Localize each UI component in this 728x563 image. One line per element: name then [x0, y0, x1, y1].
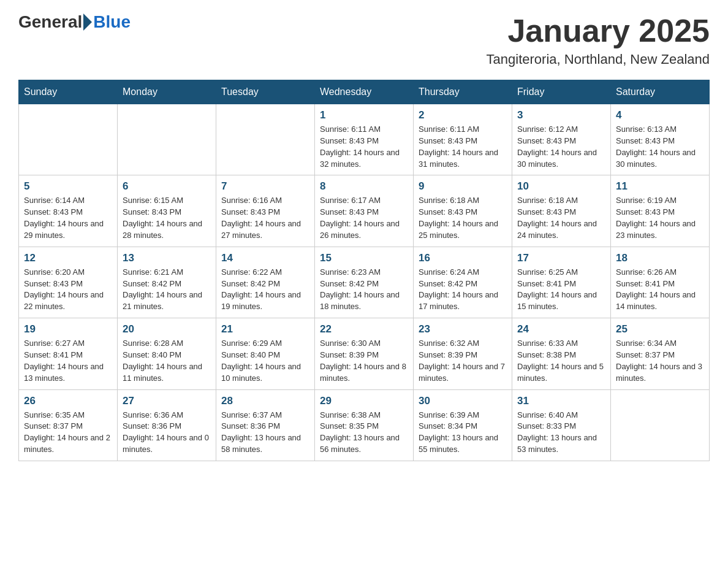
day-info: Sunrise: 6:37 AMSunset: 8:36 PMDaylight:… — [221, 410, 309, 456]
day-number: 20 — [123, 323, 211, 335]
day-info: Sunrise: 6:19 AMSunset: 8:43 PMDaylight:… — [616, 195, 704, 241]
calendar-cell — [19, 104, 118, 175]
calendar-cell — [216, 104, 315, 175]
col-header-wednesday: Wednesday — [315, 80, 414, 104]
day-info: Sunrise: 6:23 AMSunset: 8:42 PMDaylight:… — [320, 267, 408, 313]
day-info: Sunrise: 6:38 AMSunset: 8:35 PMDaylight:… — [320, 410, 408, 456]
calendar-cell: 4Sunrise: 6:13 AMSunset: 8:43 PMDaylight… — [611, 104, 710, 175]
day-number: 24 — [517, 323, 605, 335]
day-number: 9 — [419, 180, 507, 193]
col-header-tuesday: Tuesday — [216, 80, 315, 104]
calendar-cell: 12Sunrise: 6:20 AMSunset: 8:43 PMDayligh… — [19, 247, 118, 318]
logo-general-text: General — [18, 12, 82, 32]
col-header-thursday: Thursday — [414, 80, 512, 104]
day-info: Sunrise: 6:18 AMSunset: 8:43 PMDaylight:… — [517, 195, 605, 241]
day-number: 19 — [24, 323, 112, 335]
day-info: Sunrise: 6:30 AMSunset: 8:39 PMDaylight:… — [320, 338, 408, 384]
calendar-cell: 15Sunrise: 6:23 AMSunset: 8:42 PMDayligh… — [315, 247, 414, 318]
day-number: 26 — [24, 395, 112, 407]
calendar-cell: 5Sunrise: 6:14 AMSunset: 8:43 PMDaylight… — [19, 175, 118, 247]
location-text: Tangiteroria, Northland, New Zealand — [487, 52, 710, 67]
day-info: Sunrise: 6:20 AMSunset: 8:43 PMDaylight:… — [24, 267, 112, 313]
col-header-friday: Friday — [512, 80, 611, 104]
day-number: 7 — [221, 180, 309, 193]
calendar-cell: 9Sunrise: 6:18 AMSunset: 8:43 PMDaylight… — [414, 175, 512, 247]
day-number: 22 — [320, 323, 408, 335]
day-number: 8 — [320, 180, 408, 193]
day-number: 31 — [517, 395, 605, 407]
col-header-saturday: Saturday — [611, 80, 710, 104]
day-info: Sunrise: 6:16 AMSunset: 8:43 PMDaylight:… — [221, 195, 309, 241]
calendar-cell: 6Sunrise: 6:15 AMSunset: 8:43 PMDaylight… — [118, 175, 216, 247]
calendar-cell: 27Sunrise: 6:36 AMSunset: 8:36 PMDayligh… — [118, 389, 216, 461]
calendar-cell: 11Sunrise: 6:19 AMSunset: 8:43 PMDayligh… — [611, 175, 710, 247]
calendar-cell: 30Sunrise: 6:39 AMSunset: 8:34 PMDayligh… — [414, 389, 512, 461]
day-number: 25 — [616, 323, 704, 335]
day-number: 29 — [320, 395, 408, 407]
day-info: Sunrise: 6:33 AMSunset: 8:38 PMDaylight:… — [517, 338, 605, 384]
day-info: Sunrise: 6:26 AMSunset: 8:41 PMDaylight:… — [616, 267, 704, 313]
calendar-table: SundayMondayTuesdayWednesdayThursdayFrid… — [18, 80, 710, 461]
day-info: Sunrise: 6:24 AMSunset: 8:42 PMDaylight:… — [419, 267, 507, 313]
day-number: 23 — [419, 323, 507, 335]
calendar-cell: 2Sunrise: 6:11 AMSunset: 8:43 PMDaylight… — [414, 104, 512, 175]
logo: General Blue — [18, 12, 131, 32]
calendar-cell: 3Sunrise: 6:12 AMSunset: 8:43 PMDaylight… — [512, 104, 611, 175]
calendar-cell: 16Sunrise: 6:24 AMSunset: 8:42 PMDayligh… — [414, 247, 512, 318]
logo-blue-text: Blue — [93, 12, 131, 32]
week-row-2: 5Sunrise: 6:14 AMSunset: 8:43 PMDaylight… — [19, 175, 710, 247]
calendar-cell: 28Sunrise: 6:37 AMSunset: 8:36 PMDayligh… — [216, 389, 315, 461]
day-info: Sunrise: 6:22 AMSunset: 8:42 PMDaylight:… — [221, 267, 309, 313]
day-info: Sunrise: 6:35 AMSunset: 8:37 PMDaylight:… — [24, 410, 112, 456]
day-number: 4 — [616, 109, 704, 121]
day-info: Sunrise: 6:11 AMSunset: 8:43 PMDaylight:… — [419, 124, 507, 170]
calendar-cell: 10Sunrise: 6:18 AMSunset: 8:43 PMDayligh… — [512, 175, 611, 247]
week-row-1: 1Sunrise: 6:11 AMSunset: 8:43 PMDaylight… — [19, 104, 710, 175]
day-info: Sunrise: 6:17 AMSunset: 8:43 PMDaylight:… — [320, 195, 408, 241]
day-number: 6 — [123, 180, 211, 193]
calendar-cell — [611, 389, 710, 461]
calendar-cell: 31Sunrise: 6:40 AMSunset: 8:33 PMDayligh… — [512, 389, 611, 461]
day-info: Sunrise: 6:40 AMSunset: 8:33 PMDaylight:… — [517, 410, 605, 456]
calendar-cell: 22Sunrise: 6:30 AMSunset: 8:39 PMDayligh… — [315, 318, 414, 389]
calendar-cell: 23Sunrise: 6:32 AMSunset: 8:39 PMDayligh… — [414, 318, 512, 389]
day-info: Sunrise: 6:18 AMSunset: 8:43 PMDaylight:… — [419, 195, 507, 241]
day-info: Sunrise: 6:21 AMSunset: 8:42 PMDaylight:… — [123, 267, 211, 313]
calendar-cell: 1Sunrise: 6:11 AMSunset: 8:43 PMDaylight… — [315, 104, 414, 175]
page-header: General Blue January 2025 Tangiteroria, … — [18, 12, 710, 67]
day-number: 21 — [221, 323, 309, 335]
calendar-cell: 14Sunrise: 6:22 AMSunset: 8:42 PMDayligh… — [216, 247, 315, 318]
day-number: 30 — [419, 395, 507, 407]
day-number: 2 — [419, 109, 507, 121]
calendar-cell: 13Sunrise: 6:21 AMSunset: 8:42 PMDayligh… — [118, 247, 216, 318]
week-row-4: 19Sunrise: 6:27 AMSunset: 8:41 PMDayligh… — [19, 318, 710, 389]
day-info: Sunrise: 6:29 AMSunset: 8:40 PMDaylight:… — [221, 338, 309, 384]
day-number: 3 — [517, 109, 605, 121]
day-info: Sunrise: 6:15 AMSunset: 8:43 PMDaylight:… — [123, 195, 211, 241]
week-row-5: 26Sunrise: 6:35 AMSunset: 8:37 PMDayligh… — [19, 389, 710, 461]
day-number: 14 — [221, 252, 309, 264]
calendar-header-row: SundayMondayTuesdayWednesdayThursdayFrid… — [19, 80, 710, 104]
day-info: Sunrise: 6:27 AMSunset: 8:41 PMDaylight:… — [24, 338, 112, 384]
calendar-cell: 8Sunrise: 6:17 AMSunset: 8:43 PMDaylight… — [315, 175, 414, 247]
week-row-3: 12Sunrise: 6:20 AMSunset: 8:43 PMDayligh… — [19, 247, 710, 318]
calendar-cell: 17Sunrise: 6:25 AMSunset: 8:41 PMDayligh… — [512, 247, 611, 318]
day-number: 13 — [123, 252, 211, 264]
day-number: 27 — [123, 395, 211, 407]
calendar-cell: 21Sunrise: 6:29 AMSunset: 8:40 PMDayligh… — [216, 318, 315, 389]
day-number: 17 — [517, 252, 605, 264]
day-info: Sunrise: 6:39 AMSunset: 8:34 PMDaylight:… — [419, 410, 507, 456]
month-title: January 2025 — [487, 12, 710, 49]
day-number: 18 — [616, 252, 704, 264]
day-number: 10 — [517, 180, 605, 193]
col-header-sunday: Sunday — [19, 80, 118, 104]
col-header-monday: Monday — [118, 80, 216, 104]
day-info: Sunrise: 6:36 AMSunset: 8:36 PMDaylight:… — [123, 410, 211, 456]
day-info: Sunrise: 6:13 AMSunset: 8:43 PMDaylight:… — [616, 124, 704, 170]
day-info: Sunrise: 6:14 AMSunset: 8:43 PMDaylight:… — [24, 195, 112, 241]
calendar-cell: 29Sunrise: 6:38 AMSunset: 8:35 PMDayligh… — [315, 389, 414, 461]
day-number: 15 — [320, 252, 408, 264]
day-info: Sunrise: 6:11 AMSunset: 8:43 PMDaylight:… — [320, 124, 408, 170]
calendar-cell: 19Sunrise: 6:27 AMSunset: 8:41 PMDayligh… — [19, 318, 118, 389]
day-info: Sunrise: 6:12 AMSunset: 8:43 PMDaylight:… — [517, 124, 605, 170]
